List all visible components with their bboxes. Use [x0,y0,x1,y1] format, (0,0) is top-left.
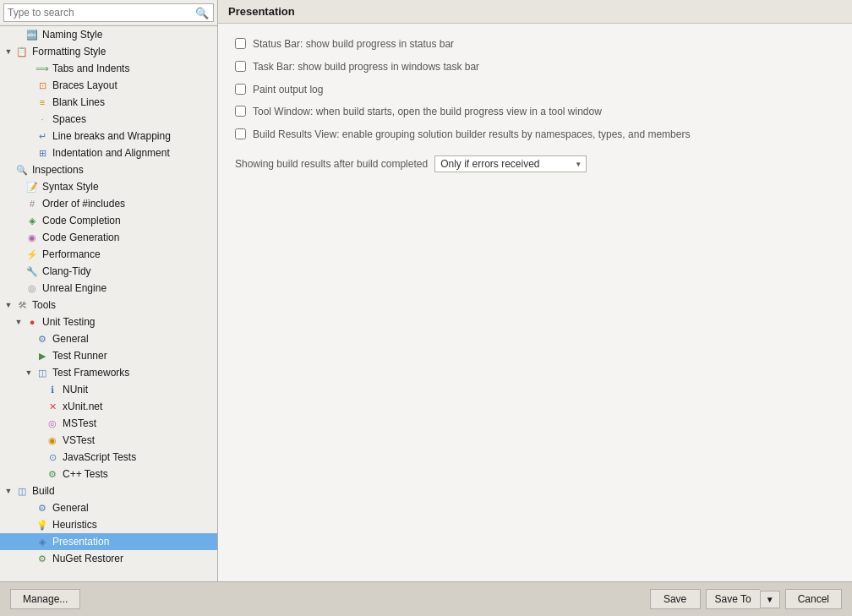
option-row-buildresults: Build Results View: enable grouping solu… [235,128,835,142]
checkbox-taskbar[interactable] [235,61,246,72]
tree-item-formatting[interactable]: ▼📋Formatting Style [0,43,217,60]
build-results-row: Showing build results after build comple… [235,155,835,172]
arrow-tools: ▼ [3,301,14,309]
label-jstests: JavaScript Tests [63,451,136,463]
label-spaces: Spaces [52,113,86,125]
tree-item-order[interactable]: #Order of #includes [0,195,217,212]
label-indent: Indentation and Alignment [52,147,170,159]
icon-clang: 🔧 [25,264,39,278]
save-to-button-group: Save To ▼ [706,589,780,609]
icon-nuget: ⚙ [36,552,49,565]
option-row-paintlog: Paint output log [235,83,835,97]
manage-button[interactable]: Manage... [10,589,80,609]
tree-item-performance[interactable]: ⚡Performance [0,246,217,263]
icon-general-ut: ⚙ [36,332,49,346]
label-performance: Performance [42,248,101,260]
label-generation: Code Generation [42,232,119,243]
tree-item-heuristics[interactable]: 💡Heuristics [0,516,217,533]
tree-item-inspections[interactable]: 🔍Inspections [0,161,217,178]
label-braces: Braces Layout [52,79,117,91]
bottom-right: Save Save To ▼ Cancel [650,589,842,609]
content-area: 🔍 🔤Naming Style▼📋Formatting Style⟹Tabs a… [0,0,852,581]
checkbox-statusbar[interactable] [235,38,246,49]
tree-item-vstest[interactable]: ◉VSTest [0,432,217,449]
icon-naming: 🔤 [25,28,39,41]
bottom-bar: Manage... Save Save To ▼ Cancel [0,581,852,616]
tree-item-cpptests[interactable]: ⚙C++ Tests [0,466,217,482]
label-build: Build [32,485,55,497]
tree-item-tabs[interactable]: ⟹Tabs and Indents [0,60,217,77]
tree-item-unreal[interactable]: ◎Unreal Engine [0,280,217,297]
checkbox-toolwindow[interactable] [235,106,246,117]
option-label-taskbar: Task Bar: show build progress in windows… [253,60,479,74]
tree-item-xunit[interactable]: ✕xUnit.net [0,398,217,415]
tree-item-linebreaks[interactable]: ↵Line breaks and Wrapping [0,128,217,144]
tree-item-unittesting[interactable]: ▼●Unit Testing [0,313,217,330]
icon-formatting: 📋 [15,45,29,58]
checkbox-paintlog[interactable] [235,84,246,95]
cancel-button[interactable]: Cancel [785,589,842,609]
tree-item-general-ut[interactable]: ⚙General [0,330,217,347]
tree-item-naming[interactable]: 🔤Naming Style [0,26,217,43]
icon-braces: ⊡ [36,79,49,92]
label-mstest: MSTest [63,417,96,429]
arrow-unittesting: ▼ [14,318,24,326]
save-to-dropdown-button[interactable]: ▼ [760,591,780,608]
checkbox-buildresults[interactable] [235,128,246,139]
tree-item-completion[interactable]: ◈Code Completion [0,212,217,229]
tree-item-clang[interactable]: 🔧Clang-Tidy [0,263,217,280]
tree-item-nuget[interactable]: ⚙NuGet Restorer [0,550,217,567]
tree-item-indent[interactable]: ⊞Indentation and Alignment [0,144,217,161]
tree-item-braces[interactable]: ⊡Braces Layout [0,77,217,94]
icon-vstest: ◉ [46,433,59,447]
right-panel: Presentation Status Bar: show build prog… [218,0,852,581]
tree-item-spaces[interactable]: ·Spaces [0,111,217,128]
tree-item-jstests[interactable]: ⊙JavaScript Tests [0,449,217,466]
icon-presentation: ◈ [36,535,49,548]
label-nuget: NuGet Restorer [52,553,123,564]
icon-nunit: ℹ [46,383,59,396]
option-row-toolwindow: Tool Window: when build starts, open the… [235,105,835,119]
label-vstest: VSTest [63,434,95,446]
label-naming: Naming Style [42,29,102,41]
label-blank: Blank Lines [52,96,105,108]
label-formatting: Formatting Style [32,46,106,57]
icon-unreal: ◎ [25,281,39,295]
tree-item-build[interactable]: ▼◫Build [0,482,217,499]
panel-header: Presentation [218,0,852,24]
option-label-buildresults: Build Results View: enable grouping solu… [253,128,690,142]
tree-item-presentation[interactable]: ◈Presentation [0,533,217,550]
tree-item-general-b[interactable]: ⚙General [0,499,217,516]
panel-title: Presentation [228,5,295,18]
tree-item-tools[interactable]: ▼🛠Tools [0,297,217,313]
icon-testrunner: ▶ [36,349,49,363]
tree-item-generation[interactable]: ◉Code Generation [0,229,217,246]
label-xunit: xUnit.net [63,401,102,412]
icon-generation: ◉ [25,231,39,244]
tree-item-syntax[interactable]: 📝Syntax Style [0,178,217,195]
tree-container[interactable]: 🔤Naming Style▼📋Formatting Style⟹Tabs and… [0,26,217,581]
icon-cpptests: ⚙ [46,467,59,481]
search-box-container: 🔍 [0,0,217,26]
tree-item-blank[interactable]: ≡Blank Lines [0,94,217,111]
label-general-b: General [52,502,89,514]
label-nunit: NUnit [63,384,88,395]
icon-indent: ⊞ [36,146,49,160]
option-row-statusbar: Status Bar: show build progress in statu… [235,37,835,52]
save-button[interactable]: Save [650,589,701,609]
save-to-button[interactable]: Save To [706,589,760,609]
tree-item-mstest[interactable]: ◎MSTest [0,415,217,432]
option-label-paintlog: Paint output log [253,83,323,97]
build-results-dropdown[interactable]: AlwaysOnly if errors receivedNever [434,155,587,172]
tree-item-testrunner[interactable]: ▶Test Runner [0,347,217,364]
label-completion: Code Completion [42,215,121,226]
icon-testframeworks: ◫ [36,366,49,379]
search-icon: 🔍 [195,7,209,19]
arrow-build: ▼ [3,487,14,495]
label-general-ut: General [52,333,89,345]
tree-item-nunit[interactable]: ℹNUnit [0,381,217,398]
icon-tools: 🛠 [15,298,29,312]
search-input[interactable] [3,3,214,22]
label-heuristics: Heuristics [52,519,97,531]
tree-item-testframeworks[interactable]: ▼◫Test Frameworks [0,364,217,381]
